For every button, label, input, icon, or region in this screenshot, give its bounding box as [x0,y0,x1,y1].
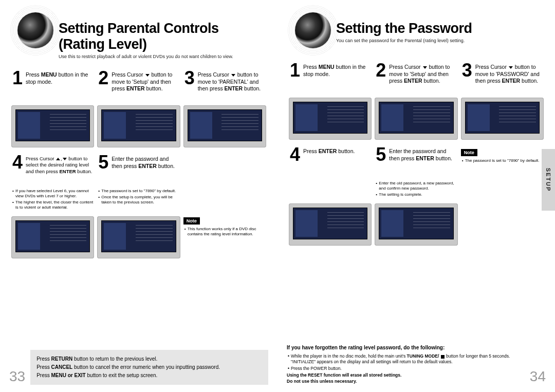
bullet: The password is set to "7890" by default… [462,158,544,163]
step-text: Enter the password and then press ENTER … [389,147,457,177]
instruction-line: Press MENU or EXIT button to exit the se… [36,371,262,380]
tv-screenshot [97,105,180,147]
step-5: 5 Enter the password and then press ENTE… [375,147,457,177]
tv-screenshot [461,98,544,140]
page-number: 33 [9,368,25,385]
tv-screenshot [375,98,457,140]
instruction-line: Press CANCEL button to cancel the error … [36,363,262,371]
step-text: Press Cursor button to move to 'Setup' a… [389,63,457,92]
step-2: 2 Press Cursor button to move to 'Setup'… [97,70,180,100]
reset-warning: Using the RESET function will erase all … [287,372,525,385]
header-right: Setting the Password You can set the pas… [287,15,546,51]
step-number: 1 [11,70,24,100]
forgot-password-heading: If you have forgotten the rating level p… [287,344,525,351]
bottom-block-right: If you have forgotten the rating level p… [287,344,546,385]
note-block: Note The password is set to "7890" by de… [461,147,544,177]
forgot-password-bullets: While the player is in the no disc mode,… [287,353,525,371]
bullet: Once the setup is complete, you will be … [98,195,180,205]
tv-screenshot [97,216,180,258]
step-5-bullets: Enter the old password, a new password, … [375,181,457,198]
step-number: 4 [11,155,24,184]
step-text: Press MENU button in the stop mode. [303,63,372,92]
step-text: Press Cursor button to move to 'PASSWORD… [475,63,544,92]
page-subtitle-right: You can set the password for the Parenta… [336,38,546,43]
step-3: 3 Press Cursor button to move to 'PASSWO… [461,63,544,92]
tv-screenshot [289,98,372,140]
step-number: 2 [97,70,109,100]
step-text: Press MENU button in the stop mode. [26,70,94,100]
page-subtitle-left: Use this to restrict playback of adult o… [59,54,268,59]
speaker-icon [295,12,331,48]
step-1: 1 Press MENU button in the stop mode. [289,63,372,92]
bottom-instructions: Press RETURN button to return to the pre… [30,350,268,385]
empty-cell [183,189,266,211]
note-block: Note This function works only if a DVD d… [183,215,266,262]
step-number: 2 [375,63,387,92]
page-33: Setting Parental Controls (Rating Level)… [0,0,278,392]
bullet: If you have selected Level 6, you cannot… [12,189,94,199]
bottom-block-left: 33 Press RETURN button to return to the … [9,350,268,385]
step-text: Press ENTER button. [303,147,355,177]
section-tab: SETUP [542,149,555,211]
bullet: Enter the old password, a new password, … [376,181,457,191]
tv-screenshot [11,105,94,147]
page-title-left: Setting Parental Controls (Rating Level) [59,21,268,52]
step-text: Press Cursor button to move to 'PARENTAL… [198,70,266,100]
instruction-line: Press RETURN button to return to the pre… [36,355,262,363]
bullet: This function works only if a DVD disc c… [184,227,266,237]
step-number: 3 [461,63,473,92]
step-text: Press Cursor , button to select the desi… [26,155,94,184]
header-left: Setting Parental Controls (Rating Level)… [9,15,268,59]
page-34: Setting the Password You can set the pas… [278,0,555,392]
bullet: Press the POWER button. [288,366,525,371]
tv-screenshot [289,203,372,246]
bullet: The setting is complete. [376,192,457,197]
empty-cell [461,181,544,198]
step-5-bullets: The password is set to "7890" by default… [97,189,180,211]
bottom-instructions-right: If you have forgotten the rating level p… [287,344,525,385]
tv-screenshot [11,216,94,258]
tv-screenshot [183,105,266,147]
step-number: 5 [97,155,109,184]
step-number: 5 [375,147,387,177]
steps-grid-right: 1 Press MENU button in the stop mode. 2 … [287,63,546,249]
step-text: Enter the password and then press ENTER … [112,155,180,184]
section-tab-label: SETUP [545,168,551,192]
steps-grid-left: 1 Press MENU button in the stop mode. 2 … [9,70,268,262]
step-3: 3 Press Cursor button to move to 'PARENT… [183,70,266,100]
note-badge: Note [183,217,200,225]
step-4: 4 Press ENTER button. [289,147,372,177]
step-number: 3 [183,70,196,100]
note-bullets: This function works only if a DVD disc c… [183,227,266,237]
step-5: 5 Enter the password and then press ENTE… [97,155,180,184]
step-2: 2 Press Cursor button to move to 'Setup'… [375,63,457,92]
step-4-bullets: If you have selected Level 6, you cannot… [11,189,94,211]
note-badge: Note [461,149,477,156]
title-block: Setting the Password You can set the pas… [336,15,546,43]
step-1: 1 Press MENU button in the stop mode. [11,70,94,100]
bullet: While the player is in the no disc mode,… [288,353,525,364]
step-number: 4 [289,147,301,177]
speaker-icon [17,12,53,48]
empty-cell [183,155,266,184]
note-bullets: The password is set to "7890" by default… [461,158,544,163]
tv-screenshot [375,203,457,246]
page-title-right: Setting the Password [336,21,546,36]
bullet: The password is set to "7890" by default… [98,189,180,194]
page-number: 34 [530,368,546,385]
bullet: The higher the level, the closer the con… [12,200,94,210]
empty-cell [461,202,544,249]
step-text: Press Cursor button to move to 'Setup' a… [112,70,180,100]
step-number: 1 [289,63,301,92]
title-block: Setting Parental Controls (Rating Level)… [59,15,268,59]
step-4: 4 Press Cursor , button to select the de… [11,155,94,184]
empty-cell [289,181,372,198]
